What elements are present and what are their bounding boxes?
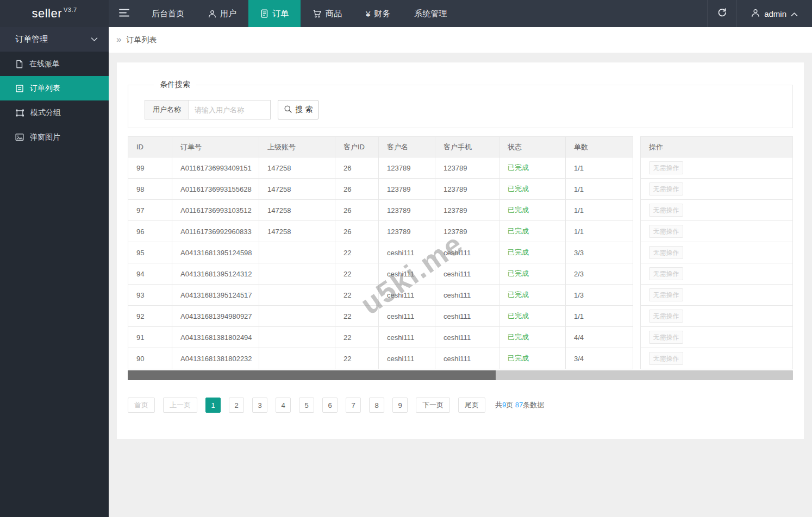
sidebar-item-order-list[interactable]: 订单列表 (0, 76, 109, 100)
cell-cust_id: 22 (335, 306, 379, 327)
horizontal-scrollbar-thumb[interactable] (128, 370, 496, 380)
nav-item-label: 用户 (220, 9, 236, 19)
cell-cust_phone: 123789 (435, 221, 499, 242)
cell-operations: 无需操作 (640, 242, 792, 263)
cell-operations: 无需操作 (640, 221, 792, 242)
cell-id: 96 (128, 221, 172, 242)
menu-toggle-button[interactable] (109, 0, 140, 27)
cell-count: 3/4 (566, 348, 633, 369)
column-header-parent: 上级账号 (259, 137, 335, 157)
pagination-page-7-button[interactable]: 7 (346, 398, 361, 413)
breadcrumb-arrow-icon: » (116, 35, 121, 44)
pagination-page-2-button[interactable]: 2 (229, 398, 244, 413)
pagination: 首页上一页123456789下一页尾页共9页 87条数据 (128, 398, 793, 413)
operations-row: 无需操作 (640, 263, 792, 285)
search-button[interactable]: 搜 索 (278, 100, 318, 119)
cell-cust_id: 22 (335, 242, 379, 263)
app-logo-text: seller (32, 7, 62, 21)
no-action-button: 无需操作 (649, 352, 683, 365)
no-action-button: 无需操作 (649, 267, 683, 280)
cell-cust_phone: ceshi111 (435, 327, 499, 348)
username-input[interactable] (189, 100, 271, 119)
cell-cust_id: 22 (335, 263, 379, 285)
pagination-last-button[interactable]: 尾页 (458, 398, 485, 413)
user-menu[interactable]: admin (736, 0, 812, 27)
image-icon (15, 133, 24, 141)
table-row: 91A0413168138180249422ceshi111ceshi111已完… (128, 327, 633, 348)
nav-item-finance[interactable]: ¥财务 (354, 0, 402, 27)
pagination-next-button[interactable]: 下一页 (416, 398, 450, 413)
cell-status: 已完成 (499, 263, 566, 285)
table-row: 95A0413168139512459822ceshi111ceshi111已完… (128, 242, 633, 263)
pagination-prev-button[interactable]: 上一页 (163, 398, 197, 413)
sidebar-item-label: 模式分组 (30, 108, 61, 118)
pagination-page-8-button[interactable]: 8 (369, 398, 384, 413)
nav-item-goods[interactable]: 商品 (301, 0, 354, 27)
pagination-page-9-button[interactable]: 9 (392, 398, 408, 413)
file-icon (15, 60, 23, 68)
nav-item-home[interactable]: 后台首页 (140, 0, 196, 27)
top-header-bar: sellerV3.7 后台首页用户订单商品¥财务系统管理 admin (0, 0, 812, 27)
cell-cust_phone: ceshi111 (435, 263, 499, 285)
search-fieldset: 条件搜索 用户名称 搜 索 (128, 80, 793, 128)
cell-id: 90 (128, 348, 172, 369)
sidebar-item-popup-image[interactable]: 弹窗图片 (0, 125, 109, 149)
pagination-page-4-button[interactable]: 4 (276, 398, 291, 413)
cell-status: 已完成 (499, 179, 566, 200)
order-tables: ID订单号上级账号客户ID客户名客户手机状态单数 99A011617369934… (128, 136, 793, 369)
topbar-right: admin (707, 0, 812, 27)
cell-parent (259, 263, 335, 285)
cell-operations: 无需操作 (640, 348, 792, 369)
cell-cust_id: 22 (335, 327, 379, 348)
sidebar-item-online-dispatch[interactable]: 在线派单 (0, 52, 109, 76)
cell-cust_id: 22 (335, 348, 379, 369)
operations-row: 无需操作 (640, 348, 792, 369)
cell-order_no: A04131681394980927 (172, 306, 259, 327)
operations-row: 无需操作 (640, 306, 792, 327)
cell-count: 1/1 (566, 200, 633, 221)
nav-item-orders[interactable]: 订单 (248, 0, 301, 27)
pagination-page-5-button[interactable]: 5 (299, 398, 314, 413)
no-action-button: 无需操作 (649, 182, 683, 196)
table-row: 98A0116173699315562814725826123789123789… (128, 179, 633, 200)
cell-cust_name: 123789 (379, 200, 435, 221)
cell-parent (259, 327, 335, 348)
sidebar-items: 在线派单订单列表模式分组弹窗图片 (0, 52, 109, 149)
app-logo[interactable]: sellerV3.7 (0, 0, 109, 27)
list-icon (15, 84, 24, 93)
refresh-button[interactable] (707, 0, 736, 27)
refresh-icon (717, 8, 727, 20)
cell-cust_phone: ceshi111 (435, 348, 499, 369)
cell-status: 已完成 (499, 285, 566, 306)
pagination-page-6-button[interactable]: 6 (322, 398, 338, 413)
cell-cust_name: ceshi111 (379, 306, 435, 327)
operations-row: 无需操作 (640, 285, 792, 306)
pagination-first-button[interactable]: 首页 (128, 398, 155, 413)
cell-id: 93 (128, 285, 172, 306)
no-action-button: 无需操作 (649, 161, 683, 174)
order-table-zone: u5ki.me ID订单号上级账号客户ID客户名客户手机状态单数 99A0116… (128, 136, 793, 380)
nav-item-system[interactable]: 系统管理 (402, 0, 459, 27)
cell-order_no: A04131681395124312 (172, 263, 259, 285)
column-header-cust_phone: 客户手机 (435, 137, 499, 157)
cart-icon (313, 9, 322, 18)
cell-order_no: A04131681395124598 (172, 242, 259, 263)
sidebar-group-order-management[interactable]: 订单管理 (0, 27, 109, 52)
sidebar-item-mode-group[interactable]: 模式分组 (0, 100, 109, 125)
table-row: 93A0413168139512451722ceshi111ceshi111已完… (128, 285, 633, 306)
cell-count: 1/3 (566, 285, 633, 306)
nav-item-users[interactable]: 用户 (196, 0, 248, 27)
cell-id: 92 (128, 306, 172, 327)
cell-order_no: A04131681381802232 (172, 348, 259, 369)
nav-item-label: 系统管理 (414, 9, 447, 19)
breadcrumb-current: 订单列表 (126, 35, 157, 45)
table-row: 99A0116173699340915114725826123789123789… (128, 157, 633, 179)
cell-count: 1/1 (566, 157, 633, 179)
cell-cust_phone: ceshi111 (435, 242, 499, 263)
pagination-page-1-button[interactable]: 1 (205, 398, 221, 413)
order-table: ID订单号上级账号客户ID客户名客户手机状态单数 99A011617369934… (128, 136, 633, 369)
pagination-page-3-button[interactable]: 3 (252, 398, 267, 413)
horizontal-scrollbar[interactable] (128, 370, 793, 380)
no-action-button: 无需操作 (649, 310, 683, 323)
cell-order_no: A01161736992960833 (172, 221, 259, 242)
